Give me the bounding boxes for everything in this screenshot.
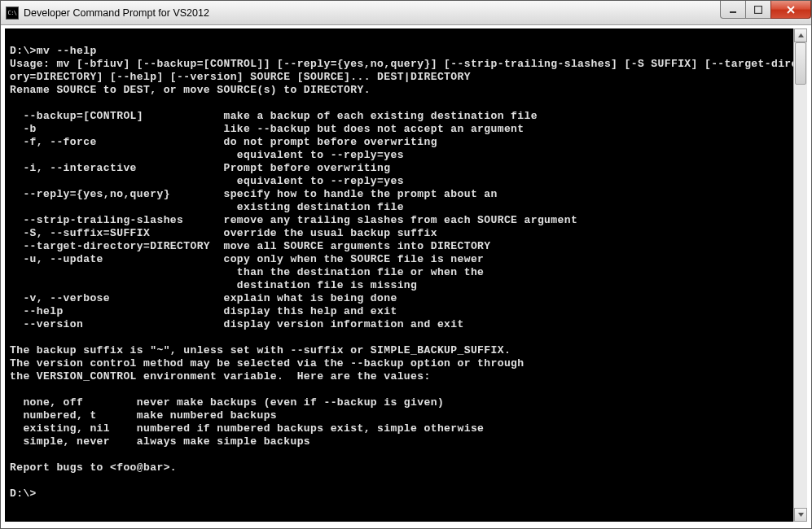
scroll-track[interactable] <box>794 42 807 508</box>
svg-rect-1 <box>755 6 762 13</box>
svg-rect-0 <box>730 11 736 13</box>
command-prompt-window: C:\ Developer Command Prompt for VS2012 … <box>0 0 812 529</box>
close-button[interactable] <box>770 1 811 19</box>
terminal-text: D:\>mv --help Usage: mv [-bfiuv] [--back… <box>10 32 790 501</box>
console-area: D:\>mv --help Usage: mv [-bfiuv] [--back… <box>5 28 807 522</box>
vertical-scrollbar[interactable] <box>793 28 807 522</box>
titlebar[interactable]: C:\ Developer Command Prompt for VS2012 <box>1 1 811 25</box>
cmd-icon: C:\ <box>6 7 19 20</box>
scroll-thumb[interactable] <box>795 42 806 85</box>
console-output[interactable]: D:\>mv --help Usage: mv [-bfiuv] [--back… <box>5 28 793 522</box>
window-controls <box>721 1 811 19</box>
window-title: Developer Command Prompt for VS2012 <box>24 7 721 19</box>
minimize-button[interactable] <box>720 1 746 19</box>
scroll-up-button[interactable] <box>794 28 807 42</box>
maximize-button[interactable] <box>745 1 771 19</box>
scroll-down-button[interactable] <box>794 508 807 522</box>
